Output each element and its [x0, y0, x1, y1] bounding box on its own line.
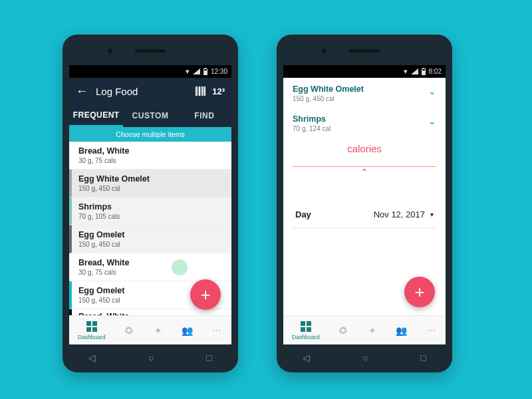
nav-guidance[interactable]: ✦ [366, 325, 378, 336]
plus-icon: + [200, 285, 210, 305]
banner-text: Choose multiple items [116, 130, 184, 138]
more-icon: ⋯ [211, 325, 223, 336]
hw-buttons: ◁ ○ □ [277, 352, 452, 363]
food-row[interactable]: Egg Omelet 150 g, 450 cal [69, 225, 231, 253]
chevron-down-icon[interactable]: ⌄ [428, 84, 436, 96]
food-row[interactable]: Bread, White 30 g, 75 cals [69, 142, 231, 170]
food-name: Shrimps [78, 202, 225, 211]
recents-hw-icon[interactable]: □ [206, 352, 211, 363]
nav-more[interactable]: ⋯ [211, 325, 223, 336]
nav-challenges[interactable]: ✪ [337, 325, 349, 336]
multi-select-banner[interactable]: Choose multiple items [69, 127, 231, 142]
friends-icon: 👥 [396, 325, 408, 336]
food-meta: 150 g, 450 cal [78, 241, 225, 248]
home-hw-icon[interactable]: ○ [362, 352, 368, 363]
summary-item[interactable]: Shrimps 70 g, 124 cal ⌄ [283, 108, 446, 138]
phone-right: ▾ 8:02 Egg White Omelet 150 g, 450 cal ⌄… [277, 35, 452, 372]
tap-ripple-icon [172, 259, 188, 275]
recents-hw-icon[interactable]: □ [420, 352, 426, 363]
divider [293, 227, 436, 228]
barcode-icon[interactable] [196, 86, 205, 96]
friends-icon: 👥 [182, 325, 194, 336]
food-meta: 30 g, 75 cals [78, 269, 225, 276]
tabs: FREQUENT CUSTOM FIND [69, 104, 231, 127]
chevron-up-icon[interactable]: ⌃ [283, 167, 446, 184]
food-row[interactable]: Shrimps 70 g, 105 cals [69, 198, 231, 225]
nav-friends[interactable]: 👥 [182, 325, 194, 336]
screen-right: ▾ 8:02 Egg White Omelet 150 g, 450 cal ⌄… [283, 65, 446, 344]
summary-item[interactable]: Egg White Omelet 150 g, 450 cal ⌄ [283, 78, 446, 108]
chevron-down-icon[interactable]: ⌄ [428, 114, 436, 126]
food-meta: 150 g, 450 cal [78, 185, 225, 192]
badge-icon: ✪ [337, 325, 349, 336]
nav-label: Dashboard [78, 334, 106, 340]
back-icon[interactable]: ← [76, 84, 88, 98]
hw-buttons: ◁ ○ □ [63, 352, 238, 363]
compass-icon: ✦ [366, 325, 378, 336]
date-row[interactable]: Day Nov 12, 2017 ▾ [283, 203, 446, 226]
wifi-icon: ▾ [186, 68, 190, 75]
status-time: 8:02 [429, 68, 442, 75]
back-hw-icon[interactable]: ◁ [88, 352, 96, 363]
food-meta: 70 g, 105 cals [78, 213, 225, 220]
add-fab[interactable]: + [190, 279, 221, 310]
dropdown-icon: ▾ [430, 211, 434, 218]
phone-speaker [349, 49, 380, 53]
item-name: Shrimps [293, 114, 428, 124]
add-fab[interactable]: + [404, 277, 435, 307]
food-name: Bread, White [78, 146, 225, 156]
numeric-entry-icon[interactable]: 12³ [212, 86, 225, 96]
back-hw-icon[interactable]: ◁ [303, 352, 310, 363]
calories-label: calories [283, 138, 446, 166]
phone-camera [108, 49, 112, 53]
nav-dashboard[interactable]: Dashboard [78, 321, 106, 340]
tab-label: CUSTOM [132, 111, 169, 120]
food-name: Bread, White [78, 258, 225, 267]
page-title: Log Food [96, 86, 196, 97]
phone-left: ▾ 12:30 ← Log Food 12³ FREQUENT CUSTOM F… [63, 35, 238, 372]
tab-frequent[interactable]: FREQUENT [69, 104, 123, 127]
item-meta: 70 g, 124 cal [293, 125, 428, 132]
signal-icon [193, 68, 200, 74]
nav-label: Dashboard [292, 334, 320, 340]
nav-friends[interactable]: 👥 [396, 325, 408, 336]
nav-guidance[interactable]: ✦ [152, 325, 164, 336]
more-icon: ⋯ [425, 325, 437, 336]
date-label: Day [295, 209, 311, 219]
app-bar: ← Log Food 12³ [69, 78, 231, 104]
compass-icon: ✦ [152, 325, 164, 336]
tab-custom[interactable]: CUSTOM [123, 104, 177, 127]
food-meta: 30 g, 75 cals [78, 157, 225, 164]
food-name: Egg White Omelet [78, 174, 225, 184]
phone-speaker [135, 49, 166, 53]
bottom-nav: Dashboard ✪ ✦ 👥 ⋯ [283, 315, 446, 344]
badge-icon: ✪ [123, 325, 135, 336]
nav-dashboard[interactable]: Dashboard [292, 321, 320, 340]
food-name: Egg Omelet [78, 230, 225, 239]
nav-more[interactable]: ⋯ [425, 325, 437, 336]
status-bar: ▾ 8:02 [283, 65, 446, 78]
calories-underline [293, 166, 436, 167]
home-hw-icon[interactable]: ○ [148, 352, 154, 363]
food-row[interactable]: Bread, White 30 g, 75 cals [69, 253, 231, 281]
food-row[interactable]: Egg White Omelet 150 g, 450 cal [69, 170, 231, 198]
signal-icon [411, 68, 418, 74]
item-meta: 150 g, 450 cal [293, 95, 428, 102]
phone-camera [322, 49, 327, 53]
tab-label: FIND [194, 111, 214, 120]
status-bar: ▾ 12:30 [69, 65, 231, 78]
nav-challenges[interactable]: ✪ [123, 325, 135, 336]
battery-icon [422, 68, 426, 75]
wifi-icon: ▾ [404, 68, 408, 75]
screen-left: ▾ 12:30 ← Log Food 12³ FREQUENT CUSTOM F… [69, 65, 231, 344]
dashboard-icon [86, 321, 98, 332]
plus-icon: + [414, 282, 424, 303]
bottom-nav: Dashboard ✪ ✦ 👥 ⋯ [69, 315, 231, 344]
date-value: Nov 12, 2017 [374, 209, 425, 219]
item-name: Egg White Omelet [293, 84, 428, 94]
tab-find[interactable]: FIND [178, 104, 231, 127]
battery-icon [203, 68, 207, 75]
status-time: 12:30 [211, 68, 227, 75]
dashboard-icon [300, 321, 312, 332]
tab-label: FREQUENT [73, 110, 120, 120]
